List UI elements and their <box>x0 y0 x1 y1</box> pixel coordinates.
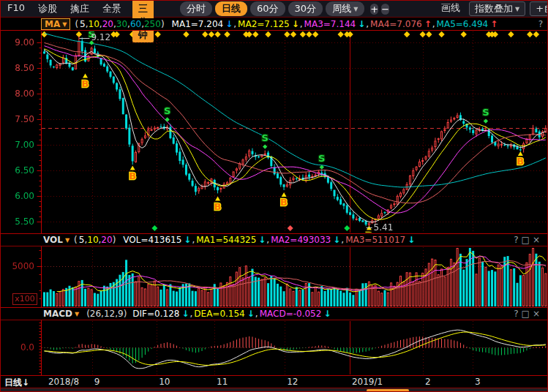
tool-button[interactable]: +自选▼ <box>530 1 548 16</box>
indicator-value: MA2=7.125 <box>238 19 290 29</box>
param-value: 20 <box>102 19 113 29</box>
top-toolbar: F10诊股擒庄全景 个股三分钟 分时日线60分30分周线▼ + − 画线指数叠加… <box>1 1 547 18</box>
value-comma: , <box>255 309 258 319</box>
chevron-down-icon: ▼ <box>515 6 519 12</box>
toolbar-menu-group: F10诊股擒庄全景 <box>1 2 128 15</box>
trend-arrow-icon: ↓ <box>333 235 340 245</box>
macd-selector-button[interactable]: MACD▼ <box>43 309 79 319</box>
price-axis-label: 6.00 <box>1 191 34 201</box>
arrow-down-icon: ↓ <box>22 377 29 388</box>
param-paren: ( <box>75 19 78 29</box>
tool-button[interactable]: 画线 <box>435 1 467 16</box>
param-value: 250 <box>144 19 161 29</box>
vol-values: VOL=413615↓,MA1=544325↓,MA2=493033↓,MA3=… <box>123 235 416 245</box>
value-comma: , <box>432 19 435 29</box>
maximize-icon[interactable]: □ <box>522 235 533 245</box>
date-axis: 日线↓ 2018/891011122019/123 <box>1 375 547 388</box>
chevron-down-icon: ▼ <box>62 21 67 28</box>
vol-params: (5,10,20) <box>74 235 117 245</box>
toolbar-menu-item[interactable]: 诊股 <box>31 2 64 15</box>
date-label: 2019/1 <box>352 377 383 387</box>
help-icon[interactable]: ? <box>538 19 543 29</box>
date-label: 12 <box>287 377 298 387</box>
trend-arrow-icon: ↓ <box>323 309 331 319</box>
tool-button[interactable]: 指数叠加▼ <box>469 1 525 16</box>
value-comma: , <box>266 235 269 245</box>
toolbar-menu-item[interactable]: F10 <box>1 2 31 15</box>
param-paren: ) <box>113 235 116 245</box>
param-value: 60 <box>130 19 141 29</box>
param-value: 10 <box>89 19 100 29</box>
period-tab-分时[interactable]: 分时 <box>180 1 212 16</box>
param-value: 30 <box>116 19 127 29</box>
chart-canvas[interactable] <box>1 1 548 392</box>
trend-arrow-icon: ↓ <box>258 235 266 245</box>
close-icon[interactable]: × <box>533 235 543 245</box>
bottom-scrollbar[interactable] <box>1 388 547 392</box>
param-paren: ( <box>74 235 78 245</box>
ma-params: (5,10,20,30,60,250) <box>75 19 165 29</box>
period-tab-60分[interactable]: 60分 <box>250 1 285 16</box>
period-label[interactable]: 日线↓ <box>4 377 29 389</box>
period-tab-30分[interactable]: 30分 <box>288 1 323 16</box>
date-label: 3 <box>475 377 481 387</box>
close-icon[interactable]: × <box>533 309 543 319</box>
chevron-down-icon: ▼ <box>65 237 70 244</box>
param-value: 20 <box>101 235 112 245</box>
date-label: 11 <box>217 377 228 387</box>
macd-panel-icons[interactable]: ?□× <box>514 309 543 319</box>
indicator-value: MA1=544325 <box>196 235 256 245</box>
value-comma: , <box>192 235 195 245</box>
trend-arrow-icon: ↓ <box>408 235 415 245</box>
price-axis-label: 9.00 <box>1 37 34 48</box>
value-comma: , <box>233 19 236 29</box>
ma-selector-button[interactable]: MA▼ <box>41 18 70 30</box>
scrollbar-thumb[interactable] <box>367 389 409 392</box>
indicator-value: MA3=7.144 <box>304 19 356 29</box>
param-value: 10 <box>87 235 98 245</box>
macd-axis-zero-label: 0.0 <box>1 342 34 353</box>
value-comma: , <box>300 19 303 29</box>
indicator-value: MA1=7.204 <box>172 19 224 29</box>
indicator-value: VOL=413615 <box>123 235 181 245</box>
help-icon[interactable]: ? <box>514 235 521 245</box>
date-label: 10 <box>159 377 170 387</box>
macd-values: DIF=0.128↓,DEA=0.154↓,MACD=-0.052↓ <box>132 309 331 319</box>
vol-panel-icons[interactable]: ?□× <box>514 235 543 245</box>
trend-arrow-icon: ↓ <box>358 19 365 29</box>
price-axis-label: 8.50 <box>1 63 34 73</box>
zoom-out-button[interactable]: − <box>381 4 389 15</box>
period-tab-日线[interactable]: 日线 <box>215 1 247 16</box>
period-tab-group: 分时日线60分30分周线▼ <box>179 1 366 16</box>
value-comma: , <box>366 19 369 29</box>
volume-axis-label: 5000 <box>1 261 34 271</box>
help-icon[interactable]: ? <box>514 309 521 319</box>
trend-arrow-icon: ↓ <box>184 235 191 245</box>
ma-values: MA1=7.204↓,MA2=7.125↓,MA3=7.144↓,MA4=7.0… <box>172 19 499 29</box>
ma-indicator-bar: MA▼ (5,10,20,30,60,250) MA1=7.204↓,MA2=7… <box>1 18 547 31</box>
toolbar-menu-item[interactable]: 全景 <box>96 2 128 15</box>
vol-selector-button[interactable]: VOL▼ <box>43 235 70 245</box>
value-comma: , <box>341 235 344 245</box>
price-axis-label: 8.00 <box>1 88 34 99</box>
indicator-value: MA4=7.076 <box>370 19 422 29</box>
zoom-in-button[interactable]: + <box>370 4 378 15</box>
trend-arrow-icon: ↓ <box>225 19 233 29</box>
param-value: 5 <box>80 19 86 29</box>
period-tab-周线[interactable]: 周线▼ <box>326 1 364 16</box>
price-axis-label: 7.00 <box>1 140 34 150</box>
trend-arrow-icon: ↓ <box>247 309 255 319</box>
toolbar-menu-item[interactable]: 擒庄 <box>64 2 96 15</box>
trend-arrow-icon: ↑ <box>490 19 498 29</box>
value-comma: , <box>189 309 192 319</box>
param-paren: ) <box>161 19 165 29</box>
indicator-value: DIF=0.128 <box>132 309 179 319</box>
tool-group: 画线指数叠加▼+自选▼ <box>435 1 548 16</box>
trend-arrow-icon: ↓ <box>292 19 299 29</box>
indicator-value: MA5=6.494 <box>437 19 489 29</box>
date-label: 9 <box>94 377 100 387</box>
date-label: 2 <box>425 377 431 387</box>
maximize-icon[interactable]: □ <box>522 309 533 319</box>
date-label: 2018/8 <box>48 377 79 387</box>
trend-arrow-icon: ↓ <box>181 309 189 319</box>
